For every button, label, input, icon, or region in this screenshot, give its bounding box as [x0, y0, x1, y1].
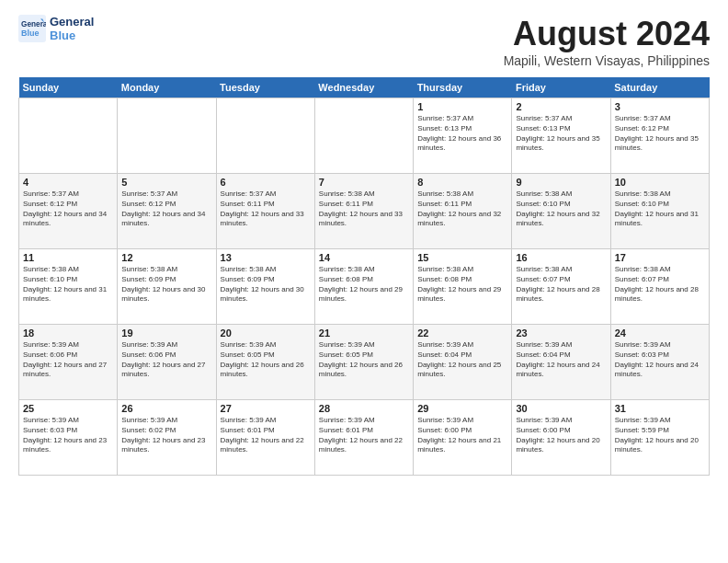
logo-icon: General Blue [18, 15, 46, 42]
day-info: Sunrise: 5:38 AM Sunset: 6:08 PM Dayligh… [417, 265, 507, 304]
day-info: Sunrise: 5:38 AM Sunset: 6:08 PM Dayligh… [319, 265, 409, 304]
calendar-cell: 8Sunrise: 5:38 AM Sunset: 6:11 PM Daylig… [414, 174, 512, 249]
calendar-cell: 31Sunrise: 5:39 AM Sunset: 5:59 PM Dayli… [610, 400, 709, 476]
day-number: 3 [615, 101, 705, 112]
day-number: 24 [615, 327, 705, 339]
day-number: 16 [516, 252, 606, 263]
day-info: Sunrise: 5:39 AM Sunset: 6:04 PM Dayligh… [417, 340, 507, 380]
day-number: 5 [121, 177, 211, 188]
calendar-cell: 17Sunrise: 5:38 AM Sunset: 6:07 PM Dayli… [610, 249, 709, 325]
day-number: 14 [319, 252, 409, 263]
day-info: Sunrise: 5:39 AM Sunset: 6:03 PM Dayligh… [615, 340, 705, 380]
header-row: SundayMondayTuesdayWednesdayThursdayFrid… [19, 77, 710, 98]
day-info: Sunrise: 5:37 AM Sunset: 6:12 PM Dayligh… [615, 114, 705, 154]
day-info: Sunrise: 5:39 AM Sunset: 6:00 PM Dayligh… [516, 416, 606, 455]
logo: General Blue General Blue [18, 15, 94, 42]
day-number: 10 [615, 177, 705, 188]
svg-text:Blue: Blue [21, 29, 40, 38]
month-title: August 2024 [504, 15, 710, 53]
day-number: 29 [417, 403, 507, 414]
calendar-cell: 29Sunrise: 5:39 AM Sunset: 6:00 PM Dayli… [414, 400, 512, 476]
calendar-cell [19, 98, 118, 174]
day-number: 7 [319, 177, 409, 188]
day-info: Sunrise: 5:37 AM Sunset: 6:13 PM Dayligh… [417, 114, 507, 154]
calendar-cell: 24Sunrise: 5:39 AM Sunset: 6:03 PM Dayli… [610, 325, 709, 400]
header-friday: Friday [512, 77, 610, 98]
day-number: 15 [417, 252, 507, 263]
header: General Blue General Blue August 2024 Ma… [18, 15, 710, 68]
day-number: 25 [23, 403, 113, 414]
calendar-cell: 4Sunrise: 5:37 AM Sunset: 6:12 PM Daylig… [19, 174, 118, 249]
day-info: Sunrise: 5:39 AM Sunset: 6:03 PM Dayligh… [23, 416, 113, 455]
week-row-5: 25Sunrise: 5:39 AM Sunset: 6:03 PM Dayli… [19, 400, 710, 476]
calendar-cell [118, 98, 216, 174]
calendar-cell: 16Sunrise: 5:38 AM Sunset: 6:07 PM Dayli… [512, 249, 610, 325]
logo-text-line2: Blue [50, 29, 94, 42]
day-info: Sunrise: 5:39 AM Sunset: 6:06 PM Dayligh… [121, 340, 211, 380]
calendar-cell: 28Sunrise: 5:39 AM Sunset: 6:01 PM Dayli… [314, 400, 413, 476]
calendar-cell: 9Sunrise: 5:38 AM Sunset: 6:10 PM Daylig… [512, 174, 610, 249]
day-info: Sunrise: 5:39 AM Sunset: 6:05 PM Dayligh… [221, 340, 311, 380]
header-thursday: Thursday [414, 77, 512, 98]
day-number: 21 [319, 327, 409, 339]
calendar-cell: 20Sunrise: 5:39 AM Sunset: 6:05 PM Dayli… [216, 325, 314, 400]
day-info: Sunrise: 5:38 AM Sunset: 6:07 PM Dayligh… [516, 265, 606, 304]
calendar-cell [314, 98, 413, 174]
day-number: 4 [23, 177, 113, 188]
calendar-cell: 21Sunrise: 5:39 AM Sunset: 6:05 PM Dayli… [314, 325, 413, 400]
calendar-cell: 3Sunrise: 5:37 AM Sunset: 6:12 PM Daylig… [610, 98, 709, 174]
logo-text-line1: General [50, 15, 94, 29]
day-info: Sunrise: 5:38 AM Sunset: 6:09 PM Dayligh… [121, 265, 211, 304]
calendar-cell: 13Sunrise: 5:38 AM Sunset: 6:09 PM Dayli… [216, 249, 314, 325]
svg-text:General: General [21, 20, 46, 29]
calendar-cell [216, 98, 314, 174]
day-number: 1 [417, 101, 507, 112]
calendar-cell: 15Sunrise: 5:38 AM Sunset: 6:08 PM Dayli… [414, 249, 512, 325]
calendar-page: General Blue General Blue August 2024 Ma… [0, 0, 728, 563]
week-row-1: 1Sunrise: 5:37 AM Sunset: 6:13 PM Daylig… [19, 98, 710, 174]
day-number: 28 [319, 403, 409, 414]
day-number: 19 [121, 327, 211, 339]
day-number: 18 [23, 327, 113, 339]
day-number: 27 [221, 403, 311, 414]
calendar-cell: 6Sunrise: 5:37 AM Sunset: 6:11 PM Daylig… [216, 174, 314, 249]
day-info: Sunrise: 5:38 AM Sunset: 6:10 PM Dayligh… [615, 190, 705, 229]
day-number: 9 [516, 177, 606, 188]
calendar-cell: 23Sunrise: 5:39 AM Sunset: 6:04 PM Dayli… [512, 325, 610, 400]
day-number: 17 [615, 252, 705, 263]
day-number: 26 [121, 403, 211, 414]
day-info: Sunrise: 5:38 AM Sunset: 6:11 PM Dayligh… [417, 190, 507, 229]
day-number: 22 [417, 327, 507, 339]
day-info: Sunrise: 5:38 AM Sunset: 6:10 PM Dayligh… [23, 265, 113, 304]
header-tuesday: Tuesday [216, 77, 314, 98]
header-saturday: Saturday [610, 77, 709, 98]
day-number: 13 [221, 252, 311, 263]
week-row-2: 4Sunrise: 5:37 AM Sunset: 6:12 PM Daylig… [19, 174, 710, 249]
day-info: Sunrise: 5:39 AM Sunset: 6:00 PM Dayligh… [417, 416, 507, 455]
day-info: Sunrise: 5:38 AM Sunset: 6:07 PM Dayligh… [615, 265, 705, 304]
day-info: Sunrise: 5:38 AM Sunset: 6:09 PM Dayligh… [221, 265, 311, 304]
calendar-cell: 7Sunrise: 5:38 AM Sunset: 6:11 PM Daylig… [314, 174, 413, 249]
title-block: August 2024 Mapili, Western Visayas, Phi… [504, 15, 710, 68]
calendar-cell: 26Sunrise: 5:39 AM Sunset: 6:02 PM Dayli… [118, 400, 216, 476]
week-row-4: 18Sunrise: 5:39 AM Sunset: 6:06 PM Dayli… [19, 325, 710, 400]
calendar-cell: 5Sunrise: 5:37 AM Sunset: 6:12 PM Daylig… [118, 174, 216, 249]
day-number: 20 [221, 327, 311, 339]
day-info: Sunrise: 5:37 AM Sunset: 6:13 PM Dayligh… [516, 114, 606, 154]
calendar-cell: 1Sunrise: 5:37 AM Sunset: 6:13 PM Daylig… [414, 98, 512, 174]
day-info: Sunrise: 5:38 AM Sunset: 6:11 PM Dayligh… [319, 190, 409, 229]
day-number: 11 [23, 252, 113, 263]
calendar-cell: 14Sunrise: 5:38 AM Sunset: 6:08 PM Dayli… [314, 249, 413, 325]
day-number: 31 [615, 403, 705, 414]
day-number: 2 [516, 101, 606, 112]
day-info: Sunrise: 5:39 AM Sunset: 6:06 PM Dayligh… [23, 340, 113, 380]
day-info: Sunrise: 5:37 AM Sunset: 6:12 PM Dayligh… [121, 190, 211, 229]
calendar-cell: 30Sunrise: 5:39 AM Sunset: 6:00 PM Dayli… [512, 400, 610, 476]
day-info: Sunrise: 5:39 AM Sunset: 6:02 PM Dayligh… [121, 416, 211, 455]
day-number: 6 [221, 177, 311, 188]
week-row-3: 11Sunrise: 5:38 AM Sunset: 6:10 PM Dayli… [19, 249, 710, 325]
day-info: Sunrise: 5:39 AM Sunset: 6:01 PM Dayligh… [221, 416, 311, 455]
day-info: Sunrise: 5:39 AM Sunset: 6:04 PM Dayligh… [516, 340, 606, 380]
calendar-cell: 27Sunrise: 5:39 AM Sunset: 6:01 PM Dayli… [216, 400, 314, 476]
calendar-cell: 22Sunrise: 5:39 AM Sunset: 6:04 PM Dayli… [414, 325, 512, 400]
